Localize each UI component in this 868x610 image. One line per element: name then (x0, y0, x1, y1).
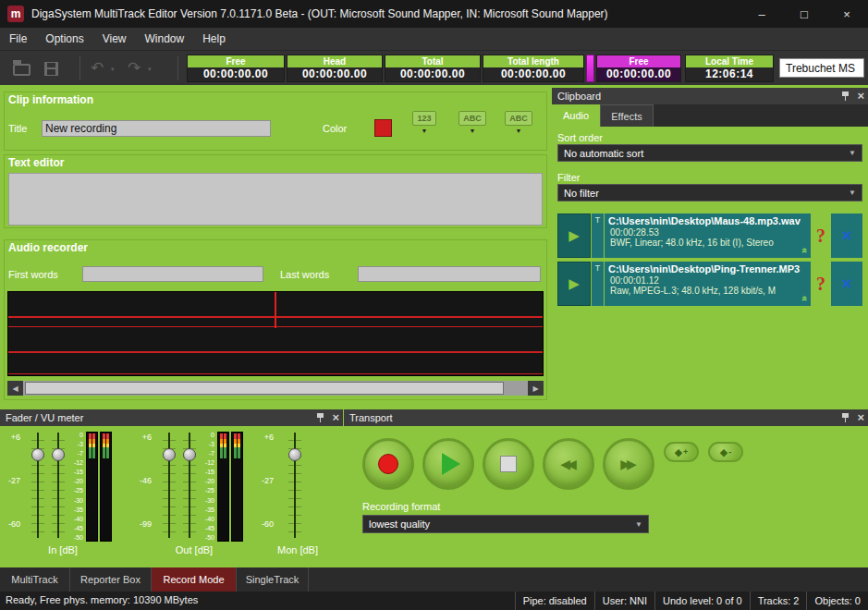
entry-duration: 00:00:01.12 (608, 275, 807, 286)
status-undo-level: Undo level: 0 of 0 (654, 592, 750, 610)
application-window: m DigaSystem MultiTrack Editor Version 7… (0, 0, 868, 610)
recording-format-label: Recording format (362, 501, 440, 512)
scrollbar-thumb[interactable] (25, 382, 504, 395)
counter-label: Head (287, 55, 382, 67)
last-words-input[interactable] (358, 266, 541, 282)
entry-path: C:\Users\nin\Desktop\Ping-Trenner.MP3 (608, 263, 807, 274)
undo-dropdown-icon[interactable]: ▾ (111, 66, 115, 73)
menu-bar: File Options View Window Help (0, 28, 868, 50)
tab-reporter-box[interactable]: Reporter Box (70, 567, 152, 592)
abc-list-dropdown-button[interactable]: ABC ▼ (452, 111, 493, 146)
panel-title: Fader / VU meter (6, 412, 83, 423)
question-icon: ? (812, 262, 830, 306)
counter-free-record: Free 00:00:00.00 (596, 55, 681, 82)
vu-meter (100, 432, 112, 542)
out-fader-right[interactable] (183, 433, 196, 538)
mon-fader[interactable] (288, 433, 301, 538)
fader-knob[interactable] (183, 448, 196, 461)
menu-window[interactable]: Window (136, 28, 194, 50)
counter-value: 00:00:00.00 (483, 67, 583, 81)
minimize-button[interactable]: – (740, 0, 783, 28)
chevron-down-icon: ▼ (849, 149, 856, 157)
playback-cursor[interactable] (275, 292, 276, 328)
status-pipe: Pipe: disabled (515, 592, 594, 610)
counter-head: Head 00:00:00.00 (287, 55, 383, 82)
abc-dropdown-button[interactable]: ABC ▼ (498, 111, 539, 146)
sort-order-select[interactable]: No automatic sort ▼ (557, 144, 862, 162)
save-icon[interactable] (44, 62, 58, 76)
play-icon (442, 453, 460, 475)
redo-icon[interactable]: ↷ (128, 58, 141, 78)
scroll-right-button[interactable]: ▶ (528, 381, 544, 396)
counter-total: Total 00:00:00.00 (385, 55, 481, 82)
panel-title: Clipboard (557, 91, 601, 102)
in-fader-right[interactable] (52, 433, 65, 538)
remove-entry-button[interactable]: × (831, 214, 862, 258)
menu-help[interactable]: Help (193, 28, 235, 50)
color-swatch[interactable] (374, 119, 392, 137)
tab-record-mode[interactable]: Record Mode (152, 567, 237, 592)
entry-info[interactable]: C:\Users\nin\Desktop\Ping-Trenner.MP3 00… (605, 262, 811, 306)
in-fader-left[interactable] (31, 433, 44, 538)
menu-view[interactable]: View (93, 28, 136, 50)
collapse-chevron-icon[interactable]: « (800, 296, 811, 301)
close-icon[interactable]: × (332, 412, 339, 423)
fader-knob[interactable] (31, 448, 44, 461)
numbering-dropdown-button[interactable]: 123 ▼ (404, 111, 445, 146)
out-fader-left[interactable] (163, 433, 176, 538)
stop-button[interactable] (483, 438, 534, 490)
clip-title-input[interactable] (42, 120, 271, 137)
window-controls: – □ × (740, 0, 868, 28)
close-icon[interactable]: × (857, 412, 864, 423)
menu-options[interactable]: Options (36, 28, 92, 50)
pin-icon[interactable] (840, 91, 850, 102)
scrollbar-track[interactable] (23, 381, 528, 396)
open-folder-icon[interactable] (13, 64, 31, 76)
entry-play-button[interactable]: ▶ (557, 262, 591, 306)
recording-format-select[interactable]: lowest quality ▼ (362, 515, 649, 533)
toolbar: ↶ ▾ ↷ ▾ Free 00:00:00.00 Head 00:00:00.0… (0, 50, 868, 85)
tab-effects[interactable]: Effects (600, 104, 654, 127)
fader-knob[interactable] (52, 448, 65, 461)
pin-icon[interactable] (840, 412, 850, 423)
pin-icon[interactable] (315, 412, 325, 423)
font-selector-button[interactable]: Trebuchet MS (779, 58, 864, 78)
counter-label: Total length (483, 55, 583, 67)
entry-duration: 00:00:28.53 (608, 227, 807, 238)
tab-singletrack[interactable]: SingleTrack (237, 567, 309, 592)
rewind-button[interactable]: ◀◀ (543, 438, 594, 490)
remove-marker-button[interactable]: ◆- (708, 442, 743, 462)
redo-dropdown-icon[interactable]: ▾ (148, 66, 152, 73)
record-button[interactable] (362, 438, 414, 490)
clipboard-panel: Clipboard × Audio Effects Sort order No … (552, 88, 868, 407)
fader-vu-panel: Fader / VU meter × +6 -27 -60 0-3-7-12-1… (0, 409, 343, 566)
abc-icon: ABC (505, 111, 532, 126)
entry-info[interactable]: C:\Users\nin\Desktop\Maus-48.mp3.wav 00:… (605, 214, 811, 258)
audio-recorder-group: Audio recorder First words Last words ◀ … (4, 239, 547, 400)
collapse-chevron-icon[interactable]: « (800, 248, 811, 253)
remove-entry-button[interactable]: × (831, 262, 862, 306)
play-button[interactable] (422, 438, 474, 490)
status-segments: Pipe: disabled User: NNI Undo level: 0 o… (515, 592, 868, 610)
fader-knob[interactable] (163, 448, 176, 461)
maximize-button[interactable]: □ (783, 0, 825, 28)
filter-select[interactable]: No filter ▼ (557, 184, 862, 201)
status-user: User: NNI (594, 592, 654, 610)
fader-knob[interactable] (288, 448, 301, 461)
entry-play-button[interactable]: ▶ (557, 214, 591, 258)
clipboard-entry[interactable]: ▶ T C:\Users\nin\Desktop\Maus-48.mp3.wav… (557, 214, 862, 258)
close-icon[interactable]: × (857, 91, 864, 102)
forward-button[interactable]: ▶▶ (603, 438, 654, 490)
first-words-input[interactable] (82, 266, 263, 282)
out-scale-bottom: -99 (129, 519, 152, 529)
clipboard-entry[interactable]: ▶ T C:\Users\nin\Desktop\Ping-Trenner.MP… (557, 262, 862, 306)
tab-multitrack[interactable]: MultiTrack (0, 567, 70, 592)
close-button[interactable]: × (825, 0, 868, 28)
waveform-display[interactable] (7, 291, 544, 376)
tab-audio[interactable]: Audio (552, 104, 600, 127)
undo-icon[interactable]: ↶ (91, 58, 104, 78)
scroll-left-button[interactable]: ◀ (7, 381, 23, 396)
add-marker-button[interactable]: ◆+ (664, 442, 699, 462)
text-editor-area[interactable] (8, 173, 543, 226)
menu-file[interactable]: File (0, 28, 36, 50)
